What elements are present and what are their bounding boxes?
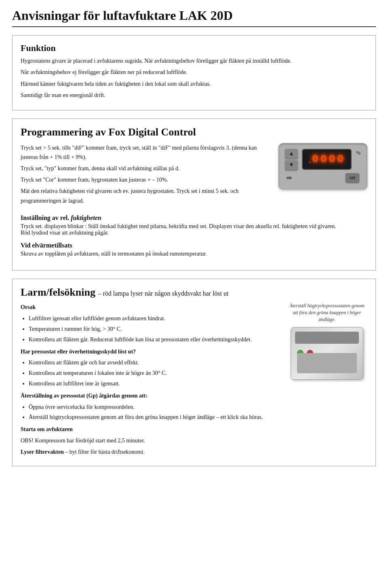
- elvarme-text: Skruva av topplåten på avfuktaren, ställ…: [21, 251, 367, 257]
- arrow-down-button[interactable]: ▼: [285, 160, 298, 170]
- larm-content: Orsak Luftfiltret igensatt eller luftflö…: [21, 302, 367, 458]
- pressostat-list: Kontrollera att fläkten går och har avse…: [21, 358, 278, 388]
- display-digits: 0000: [312, 153, 345, 165]
- set-button[interactable]: set: [346, 173, 359, 182]
- starta-text: OBS! Kompressorn har fördröjd start med …: [21, 436, 278, 446]
- red-button: [307, 350, 313, 356]
- larm-caption: Återställ högtryckspressostaten genom at…: [287, 302, 367, 323]
- machine-image: Danfoss: [291, 327, 363, 380]
- aterst-item-1: Öppna övre servicelucka för kompressorde…: [29, 402, 278, 412]
- aterst-list: Öppna övre servicelucka för kompressorde…: [21, 402, 278, 423]
- orsak-item-1: Luftfiltret igensatt eller luftflödet ge…: [29, 314, 278, 324]
- orsak-item-2: Temperaturen i rummet för hög, > 30° C.: [29, 324, 278, 334]
- percent-label: %: [356, 150, 361, 156]
- funktion-text4: Samtidigt får man en energisnål drift.: [21, 91, 367, 100]
- larm-section: Larm/felsökning – röd lampa lyser när nå…: [12, 279, 376, 466]
- lyser-bold: Lyser filtervakten: [21, 449, 64, 455]
- installning-text2: Röd lysdiod visar att avfuktning pågår.: [21, 230, 367, 236]
- device-top: ▲ ▼ . 0000 %: [285, 149, 361, 170]
- pressostat-item-3: Kontrollera att luftfiltret inte är igen…: [29, 379, 278, 389]
- device-bottom: on set: [285, 173, 361, 182]
- display-dot: .: [308, 153, 311, 166]
- page-title: Anvisningar för luftavfuktare LAK 20D: [12, 8, 376, 27]
- machine-logo: Danfoss: [340, 366, 355, 371]
- arrow-up-button[interactable]: ▲: [285, 149, 298, 159]
- starta-heading: Starta om avfuktaren: [21, 425, 278, 434]
- programmering-text-block: Tryck set > 5 sek. tills "diF" kommer fr…: [21, 143, 270, 207]
- aterst-item-2: Återställ högtryckspressostaten genom at…: [29, 412, 278, 422]
- orsak-list: Luftfiltret igensatt eller luftflödet ge…: [21, 314, 278, 344]
- lyser-text: Lyser filtervakten – byt filter för bäst…: [21, 447, 278, 457]
- elvarme-heading: Vid elvärmetillsats: [21, 242, 367, 249]
- digital-control-device: ▲ ▼ . 0000 % on set: [278, 143, 367, 190]
- elvarme-sub: Vid elvärmetillsats Skruva av topplåten …: [21, 242, 367, 257]
- funktion-section: Funktion Hygrostatens givare är placerad…: [12, 35, 376, 110]
- prog-text1: Tryck set > 5 sek. tills "diF" kommer fr…: [21, 143, 270, 163]
- installning-text1: Tryck set. displayen blinkar : Ställ öns…: [21, 223, 367, 230]
- aterst-heading: Återställning av pressostat (Gp) åtgärda…: [21, 391, 278, 401]
- arrow-buttons: ▲ ▼: [285, 149, 298, 170]
- installning-heading-italic: fuktigheten: [71, 214, 101, 221]
- lyser-rest: byt filter för bästa driftsekonomi.: [70, 449, 145, 455]
- programmering-section: Programmering av Fox Digital Control Try…: [12, 118, 376, 271]
- larm-image-side: Återställ högtryckspressostaten genom at…: [287, 302, 367, 458]
- display-screen: . 0000: [302, 149, 352, 170]
- pressostat-heading: Har pressostat eller överhettningsskydd …: [21, 347, 278, 357]
- orsak-label: Orsak: [21, 302, 278, 312]
- funktion-text2: När avfuktningsbehov ej föreligger går f…: [21, 68, 367, 77]
- machine-buttons: [297, 350, 313, 356]
- funktion-text1: Hygrostatens givare är placerad i avfukt…: [21, 57, 367, 66]
- funktion-text3: Härmed känner fuktgivaren hela tiden av …: [21, 80, 367, 89]
- funktion-heading: Funktion: [21, 43, 367, 53]
- larm-text-block: Orsak Luftfiltret igensatt eller luftflö…: [21, 302, 278, 458]
- programmering-content: Tryck set > 5 sek. tills "diF" kommer fr…: [21, 143, 367, 207]
- on-label: on: [287, 175, 292, 181]
- larm-heading-bold: Larm/felsökning: [21, 286, 95, 298]
- prog-text4: Mät den relativa fuktigheten vid givaren…: [21, 186, 270, 206]
- larm-heading-normal-text: – röd lampa lyser när någon skyddsvakt h…: [98, 290, 228, 297]
- orsak-item-3: Kontrollera att fläkten går. Reducerat l…: [29, 335, 278, 345]
- installning-sub: Inställning av rel. fuktigheten Tryck se…: [21, 214, 367, 236]
- prog-text3: Tryck set "Cor" kommer fram, hygrostaten…: [21, 175, 270, 185]
- installning-heading-text: Inställning av rel.: [21, 214, 69, 221]
- installning-heading: Inställning av rel. fuktigheten: [21, 214, 367, 222]
- green-button: [297, 350, 304, 356]
- programmering-heading: Programmering av Fox Digital Control: [21, 126, 367, 138]
- larm-heading: Larm/felsökning – röd lampa lyser när nå…: [21, 286, 367, 298]
- prog-text2: Tryck set, "typ" kommer fram, denna skal…: [21, 164, 270, 173]
- pressostat-item-1: Kontrollera att fläkten går och har avse…: [29, 358, 278, 368]
- pressostat-item-2: Kontrollera att temperaturen i lokalen i…: [29, 368, 278, 378]
